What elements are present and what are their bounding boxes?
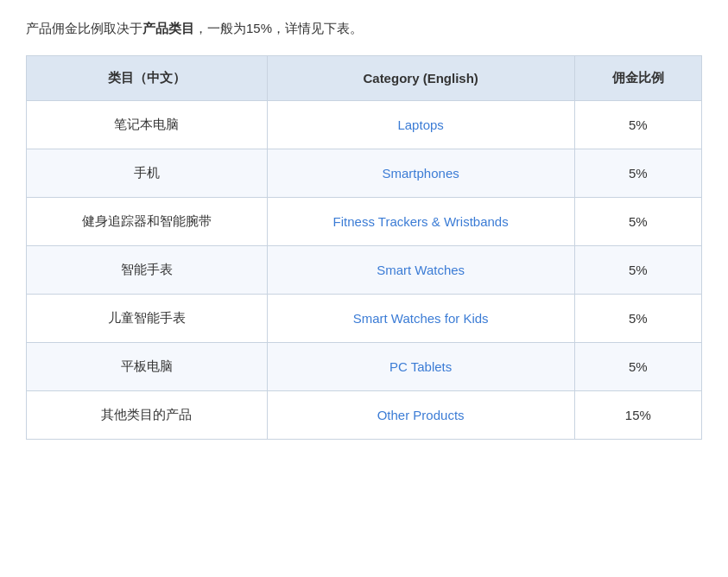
cell-rate: 5%: [574, 245, 701, 294]
cell-zh: 手机: [27, 149, 268, 197]
table-row: 手机Smartphones5%: [27, 149, 702, 197]
intro-highlight: 产品类目: [142, 21, 194, 35]
cell-en: Fitness Trackers & Wristbands: [267, 197, 574, 245]
cell-en: Smartphones: [267, 149, 574, 197]
table-row: 健身追踪器和智能腕带Fitness Trackers & Wristbands5…: [27, 197, 702, 245]
cell-zh: 儿童智能手表: [27, 294, 268, 342]
cell-en: Other Products: [267, 390, 574, 439]
cell-rate: 5%: [574, 342, 701, 390]
table-body: 笔记本电脑Laptops5%手机Smartphones5%健身追踪器和智能腕带F…: [27, 100, 702, 439]
table-row: 笔记本电脑Laptops5%: [27, 100, 702, 149]
cell-rate: 5%: [574, 197, 701, 245]
table-row: 智能手表Smart Watches5%: [27, 245, 702, 294]
cell-zh: 平板电脑: [27, 342, 268, 390]
header-zh: 类目（中文）: [27, 55, 268, 100]
cell-en: PC Tablets: [267, 342, 574, 390]
cell-rate: 5%: [574, 149, 701, 197]
header-row: 类目（中文） Category (English) 佣金比例: [27, 55, 702, 100]
commission-table: 类目（中文） Category (English) 佣金比例 笔记本电脑Lapt…: [26, 55, 702, 440]
table-header: 类目（中文） Category (English) 佣金比例: [27, 55, 702, 100]
cell-en: Smart Watches: [267, 245, 574, 294]
cell-en: Laptops: [267, 100, 574, 149]
intro-paragraph: 产品佣金比例取决于产品类目，一般为15%，详情见下表。: [26, 17, 702, 40]
table-row: 儿童智能手表Smart Watches for Kids5%: [27, 294, 702, 342]
cell-zh: 笔记本电脑: [27, 100, 268, 149]
header-rate: 佣金比例: [574, 55, 701, 100]
header-en: Category (English): [267, 55, 574, 100]
intro-text-after: ，一般为15%，详情见下表。: [194, 21, 363, 35]
intro-text-before: 产品佣金比例取决于: [26, 21, 142, 35]
cell-zh: 其他类目的产品: [27, 390, 268, 439]
cell-rate: 5%: [574, 100, 701, 149]
cell-zh: 智能手表: [27, 245, 268, 294]
table-row: 其他类目的产品Other Products15%: [27, 390, 702, 439]
cell-en: Smart Watches for Kids: [267, 294, 574, 342]
cell-rate: 5%: [574, 294, 701, 342]
cell-zh: 健身追踪器和智能腕带: [27, 197, 268, 245]
cell-rate: 15%: [574, 390, 701, 439]
table-row: 平板电脑PC Tablets5%: [27, 342, 702, 390]
